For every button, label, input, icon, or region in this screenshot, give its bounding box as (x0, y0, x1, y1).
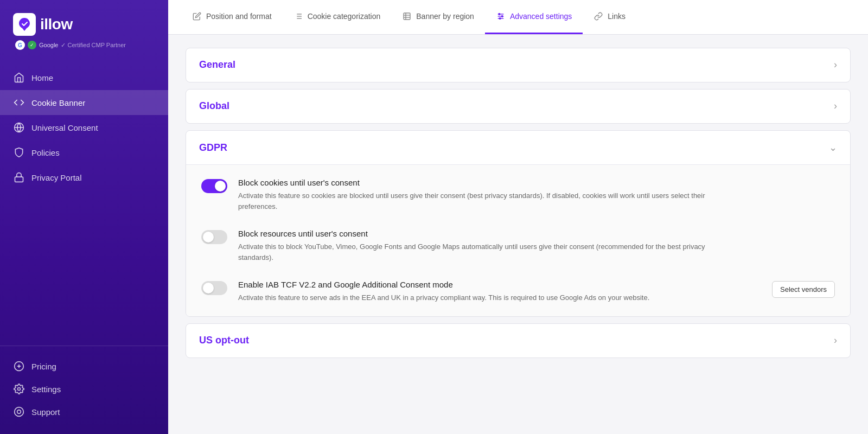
section-global-title: Global (199, 100, 229, 112)
certified-text: ✓ Certified CMP Partner (61, 42, 125, 49)
sidebar-label-pricing: Pricing (31, 362, 56, 371)
tab-position-format[interactable]: Position and format (181, 0, 283, 34)
sidebar-item-pricing[interactable]: Pricing (0, 355, 168, 378)
svg-point-7 (15, 407, 24, 417)
toggle-block-cookies: Block cookies until user's consent Activ… (201, 178, 835, 212)
check-icon: ✓ (28, 41, 36, 49)
privacy-icon (13, 171, 25, 183)
section-gdpr-body: Block cookies until user's consent Activ… (186, 165, 850, 316)
toggle-block-cookies-label: Block cookies until user's consent (238, 178, 835, 187)
code-icon (13, 97, 25, 108)
chevron-right-icon-us: › (834, 335, 837, 346)
section-gdpr-header[interactable]: GDPR › ⌄ (186, 131, 850, 165)
toggle-block-resources-label: Block resources until user's consent (238, 229, 835, 238)
table-icon (402, 11, 412, 21)
main-content: Position and format Cookie categorizatio… (168, 0, 868, 434)
tab-label-advanced-settings: Advanced settings (510, 12, 572, 21)
tab-label-banner-by-region: Banner by region (416, 12, 474, 21)
sidebar-label-universal-consent: Universal Consent (31, 123, 98, 132)
section-global-header[interactable]: Global › ⌄ (186, 90, 850, 123)
svg-point-6 (18, 388, 21, 391)
toggle-block-cookies-desc: Activate this feature so cookies are blo… (238, 190, 726, 212)
tab-bar: Position and format Cookie categorizatio… (168, 0, 868, 35)
pricing-icon (13, 360, 25, 372)
edit-icon (192, 11, 202, 21)
section-general: General › ⌄ (186, 48, 851, 82)
sidebar: illow G ✓ Google ✓ Certified CMP Partner… (0, 0, 168, 434)
section-gdpr: GDPR › ⌄ Block cookies until user's cons… (186, 130, 851, 317)
sidebar-label-policies: Policies (31, 148, 60, 157)
sidebar-bottom: Pricing Settings Support (0, 346, 168, 434)
chevron-right-icon-2: › (834, 100, 837, 112)
toggle-block-resources: Block resources until user's consent Act… (201, 229, 835, 263)
sidebar-item-home[interactable]: Home (0, 65, 168, 90)
globe-icon (13, 122, 25, 133)
sidebar-item-cookie-banner[interactable]: Cookie Banner (0, 90, 168, 115)
toggle-block-resources-desc: Activate this to block YouTube, Vimeo, G… (238, 241, 726, 263)
sidebar-label-home: Home (31, 73, 53, 82)
tab-label-position-format: Position and format (206, 12, 272, 21)
svg-point-24 (499, 18, 501, 20)
svg-rect-15 (404, 13, 410, 20)
toggle-block-cookies-switch[interactable] (201, 179, 227, 193)
google-g-icon: G (15, 40, 25, 50)
support-icon (13, 406, 25, 418)
section-us-opt-out: US opt-out › ⌄ (186, 323, 851, 358)
sidebar-label-cookie-banner: Cookie Banner (31, 98, 85, 107)
shield-icon (13, 146, 25, 158)
toggle-iab-tcf: Enable IAB TCF V2.2 and Google Additiona… (201, 280, 835, 303)
svg-point-22 (499, 14, 500, 15)
svg-point-23 (501, 16, 503, 17)
sidebar-item-privacy-portal[interactable]: Privacy Portal (0, 165, 168, 190)
sidebar-item-settings[interactable]: Settings (0, 378, 168, 400)
section-general-header[interactable]: General › ⌄ (186, 48, 850, 82)
sidebar-label-support: Support (31, 407, 60, 417)
settings-icon (13, 383, 25, 395)
home-icon (13, 72, 25, 84)
svg-point-8 (17, 410, 21, 414)
toggle-block-resources-content: Block resources until user's consent Act… (238, 229, 835, 263)
link-icon (593, 11, 603, 21)
list-icon (293, 11, 303, 21)
tab-links[interactable]: Links (583, 0, 636, 34)
sidebar-nav: Home Cookie Banner Universal Consent (0, 54, 168, 346)
tab-advanced-settings[interactable]: Advanced settings (485, 0, 583, 34)
sidebar-item-support[interactable]: Support (0, 400, 168, 423)
tab-label-cookie-categorization: Cookie categorization (308, 12, 381, 21)
section-us-opt-out-header[interactable]: US opt-out › ⌄ (186, 324, 850, 358)
toggle-iab-tcf-switch[interactable] (201, 281, 227, 295)
toggle-iab-tcf-label: Enable IAB TCF V2.2 and Google Additiona… (238, 280, 649, 289)
toggle-block-resources-switch[interactable] (201, 230, 227, 244)
sidebar-label-privacy-portal: Privacy Portal (31, 173, 82, 182)
select-vendors-button[interactable]: Select vendors (772, 281, 835, 298)
toggle-iab-tcf-desc: Activate this feature to serve ads in th… (238, 292, 649, 303)
google-badge: G ✓ Google ✓ Certified CMP Partner (15, 40, 155, 50)
tune-icon (496, 11, 506, 21)
sidebar-label-settings: Settings (31, 385, 61, 394)
toggle-iab-tcf-content: Enable IAB TCF V2.2 and Google Additiona… (238, 280, 835, 303)
toggle-block-cookies-content: Block cookies until user's consent Activ… (238, 178, 835, 212)
sidebar-item-universal-consent[interactable]: Universal Consent (0, 115, 168, 140)
google-badge-text: Google (39, 42, 58, 48)
sidebar-item-policies[interactable]: Policies (0, 140, 168, 165)
section-gdpr-title: GDPR (199, 142, 227, 154)
svg-rect-2 (15, 177, 23, 182)
content-area: General › ⌄ Global › ⌄ GDPR › ⌄ (168, 35, 868, 434)
tab-label-links: Links (608, 12, 626, 21)
brand-name: illow (40, 16, 73, 33)
chevron-down-icon-gdpr: ⌄ (829, 142, 837, 154)
sidebar-logo: illow G ✓ Google ✓ Certified CMP Partner (0, 0, 168, 54)
brand-logo-icon (13, 13, 36, 36)
section-global: Global › ⌄ (186, 89, 851, 124)
section-us-opt-out-title: US opt-out (199, 335, 249, 346)
tab-banner-by-region[interactable]: Banner by region (391, 0, 485, 34)
tab-cookie-categorization[interactable]: Cookie categorization (283, 0, 392, 34)
section-general-title: General (199, 59, 235, 71)
chevron-right-icon: › (834, 59, 837, 71)
